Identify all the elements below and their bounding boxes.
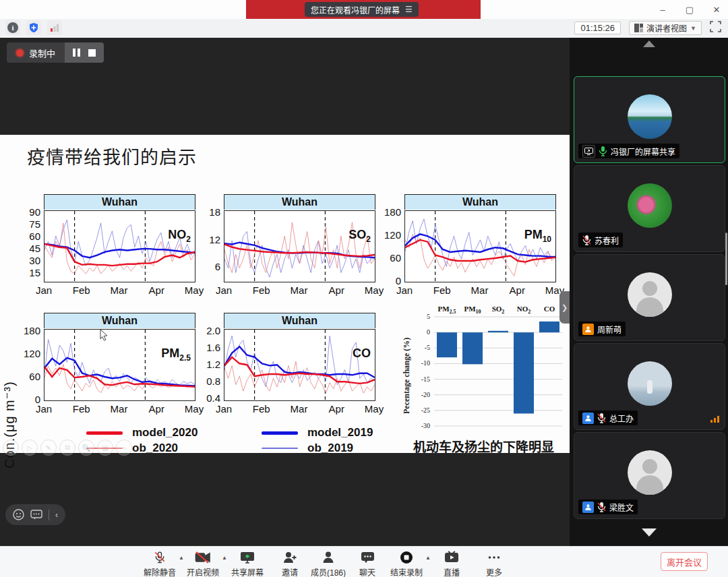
more-tools-icon[interactable]: ○: [116, 439, 132, 456]
network-signal-icon[interactable]: [47, 20, 62, 35]
toolbar-item-开启视频[interactable]: 开启视频: [187, 550, 219, 577]
meeting-window: 您正在观看冯银厂的屏幕 ☰ – ▢ ✕ i 01:15:26 演讲者视图 ▼: [0, 0, 728, 577]
caption-chat-icon[interactable]: [30, 510, 42, 520]
participant-tile-3[interactable]: 周新萌: [574, 254, 725, 341]
slides-icon[interactable]: ⧉: [59, 439, 75, 456]
participant-tile-4[interactable]: 总工办: [574, 343, 725, 430]
pollutant-label: NO2: [168, 228, 191, 244]
toolbar-item-label: 结束录制: [390, 566, 423, 577]
pen-icon[interactable]: ✎: [40, 439, 57, 456]
toolbar-item-label: 直播: [444, 566, 460, 577]
participant-tile-1[interactable]: 冯银厂的屏幕共享: [574, 76, 725, 163]
scroll-up-arrow-icon[interactable]: [643, 40, 655, 47]
chart-region-title: Wuhan: [44, 313, 195, 328]
x-tick-label: Mar: [291, 403, 308, 415]
person-blue-icon: [582, 413, 594, 424]
x-tick-label: Mar: [471, 284, 489, 296]
y-tick-label: 15: [9, 267, 40, 278]
legend-line-sample: [262, 448, 298, 449]
prev-slide-icon[interactable]: ◁: [3, 439, 19, 456]
legend-line-sample: [86, 431, 123, 435]
sidebar-scrollbar[interactable]: [725, 233, 727, 285]
percentage-change-bar-chart: Pecentage change (%) 50-5-10-15-20-25-30…: [404, 305, 566, 439]
pause-recording-button[interactable]: [73, 49, 80, 57]
toolbar-item-label: 邀请: [282, 566, 298, 577]
x-tick-label: Jan: [396, 284, 413, 296]
stop-recording-button[interactable]: [88, 49, 96, 57]
more-icon: [487, 550, 501, 565]
participant-tile-5[interactable]: 梁胜文: [574, 432, 725, 519]
presentation-slide: 疫情带给我们的启示 Con.(μg m⁻³) WuhanNO2907560453…: [0, 135, 570, 453]
y-tick-label: 180: [9, 325, 40, 336]
meeting-info-icon[interactable]: i: [5, 20, 20, 35]
participants-sidebar: 冯银厂的屏幕共享苏春利周新萌总工办梁胜文: [570, 38, 728, 546]
legend-label: ob_2019: [307, 442, 353, 455]
chart-region-title: Wuhan: [224, 313, 375, 328]
legend-item-ob_2019: ob_2019: [262, 442, 353, 455]
fullscreen-icon[interactable]: [710, 21, 721, 35]
bar-0: [437, 332, 457, 357]
notes-icon[interactable]: ▤: [97, 439, 113, 456]
x-tick-label: Feb: [253, 284, 270, 296]
layout-icon: [634, 24, 643, 32]
scroll-down-arrow-icon[interactable]: [642, 528, 657, 537]
participant-name-bar: 梁胜文: [578, 499, 638, 514]
y-tick-label: 2.0: [189, 325, 220, 336]
zoom-icon[interactable]: 🔍: [78, 439, 94, 456]
toolbar-item-聊天[interactable]: 聊天: [359, 550, 375, 577]
bar-y-tick-label: 0: [413, 328, 430, 336]
toolbar-item-邀请[interactable]: 邀请: [282, 550, 298, 577]
toolbar-item-解除静音[interactable]: 解除静音: [144, 550, 176, 577]
leave-meeting-button[interactable]: 离开会议: [661, 552, 708, 571]
legend-item-model_2020: model_2020: [86, 426, 198, 439]
pollutant-label: SO2: [348, 228, 371, 244]
collapse-pill-icon[interactable]: ‹: [55, 510, 58, 520]
toolbar-item-结束录制[interactable]: 结束录制: [390, 550, 423, 577]
bar-3: [514, 332, 534, 413]
participant-name: 梁胜文: [609, 502, 634, 513]
participant-tile-2[interactable]: 苏春利: [574, 165, 725, 252]
recording-dot-icon: [16, 49, 24, 57]
legend-label: ob_2020: [132, 442, 178, 455]
legend-label: model_2019: [307, 426, 373, 439]
toolbar-item-直播[interactable]: 直播: [444, 550, 460, 577]
bar-y-tick-label: -15: [413, 375, 430, 383]
toolbar-item-共享屏幕[interactable]: 共享屏幕: [231, 550, 264, 577]
toolbar-item-更多[interactable]: 更多: [486, 550, 502, 577]
maximize-button[interactable]: ▢: [684, 5, 696, 15]
x-tick-label: May: [185, 403, 204, 415]
emoji-icon[interactable]: [13, 509, 24, 520]
participant-name: 苏春利: [595, 235, 619, 246]
next-slide-icon[interactable]: ▷: [22, 439, 38, 456]
toolbar-item-caret-icon[interactable]: ▲: [222, 555, 227, 561]
bar-y-tick-label: -25: [413, 406, 430, 414]
banner-menu-icon[interactable]: ☰: [405, 5, 413, 13]
x-tick-label: May: [365, 284, 384, 296]
toolbar-item-caret-icon[interactable]: ▲: [179, 555, 184, 561]
recording-label: 录制中: [29, 47, 55, 59]
mouse-cursor: [100, 329, 109, 341]
x-tick-label: Apr: [329, 403, 344, 415]
collapse-panel-tab[interactable]: ❯: [559, 291, 570, 324]
stop-record-icon: [400, 550, 413, 565]
legend-item-model_2019: model_2019: [262, 426, 373, 439]
viewing-banner-pill[interactable]: 您正在观看冯银厂的屏幕 ☰: [305, 2, 419, 17]
security-shield-icon[interactable]: [26, 20, 41, 35]
person-orange-icon: [582, 324, 594, 335]
shared-screen-stage: 录制中 疫情带给我们的启示 Con.(μg m⁻³) WuhanNO290756…: [0, 38, 570, 546]
x-tick-label: Jan: [216, 403, 232, 415]
y-tick-label: 75: [9, 218, 40, 230]
toolbar-item-caret-icon[interactable]: ▲: [425, 555, 431, 561]
pollutant-label: PM2.5: [161, 346, 191, 363]
mic-muted-icon: [597, 502, 606, 512]
series-ob_2019: [224, 336, 375, 387]
y-tick-label: 120: [370, 229, 401, 241]
participant-name-bar: 总工办: [578, 411, 638, 425]
view-mode-button[interactable]: 演讲者视图 ▼: [629, 21, 702, 35]
close-button[interactable]: ✕: [710, 5, 723, 15]
y-tick-label: 12: [189, 234, 220, 245]
minimize-button[interactable]: –: [657, 5, 669, 15]
y-tick-label: 1.6: [189, 342, 220, 353]
toolbar-item-成员(186)[interactable]: 成员(186): [311, 550, 346, 577]
y-tick-label: 120: [9, 348, 40, 359]
